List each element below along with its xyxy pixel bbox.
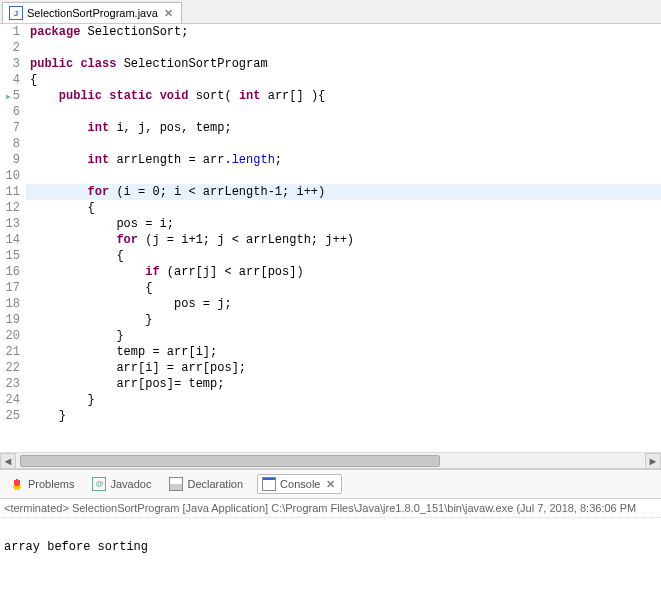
console-icon bbox=[262, 477, 276, 491]
line-number-gutter: 1 2 3 4 5 6 7 8 9 10 11 12 13 14 15 16 1… bbox=[0, 24, 26, 424]
javadoc-icon: @ bbox=[92, 477, 106, 491]
tab-filename: SelectionSortProgram.java bbox=[27, 7, 158, 19]
code-editor[interactable]: 1 2 3 4 5 6 7 8 9 10 11 12 13 14 15 16 1… bbox=[0, 24, 661, 424]
scroll-left-icon[interactable]: ◄ bbox=[0, 453, 16, 469]
editor-tab[interactable]: J SelectionSortProgram.java ✕ bbox=[2, 2, 182, 23]
console-line bbox=[4, 574, 657, 592]
close-icon[interactable]: ✕ bbox=[162, 7, 175, 20]
console-launch-header: <terminated> SelectionSortProgram [Java … bbox=[0, 499, 661, 518]
tab-declaration[interactable]: Declaration bbox=[165, 475, 247, 493]
tab-problems[interactable]: Problems bbox=[6, 475, 78, 493]
java-file-icon: J bbox=[9, 6, 23, 20]
declaration-icon bbox=[169, 477, 183, 491]
scrollbar-thumb[interactable] bbox=[20, 455, 440, 467]
scroll-right-icon[interactable]: ► bbox=[645, 453, 661, 469]
console-line: array before sorting bbox=[4, 538, 657, 556]
horizontal-scrollbar[interactable]: ◄ ► bbox=[0, 452, 661, 468]
console-output[interactable]: array before sorting -6, 10, 34, 2, 56, … bbox=[0, 518, 661, 608]
editor-tab-bar: J SelectionSortProgram.java ✕ bbox=[0, 0, 661, 24]
code-lines[interactable]: package SelectionSort; public class Sele… bbox=[26, 24, 661, 424]
views-tab-bar: Problems @ Javadoc Declaration Console ✕ bbox=[0, 469, 661, 499]
close-icon[interactable]: ✕ bbox=[324, 478, 337, 491]
tab-console[interactable]: Console ✕ bbox=[257, 474, 342, 494]
editor-pane: J SelectionSortProgram.java ✕ 1 2 3 4 5 … bbox=[0, 0, 661, 469]
tab-javadoc[interactable]: @ Javadoc bbox=[88, 475, 155, 493]
problems-icon bbox=[10, 477, 24, 491]
